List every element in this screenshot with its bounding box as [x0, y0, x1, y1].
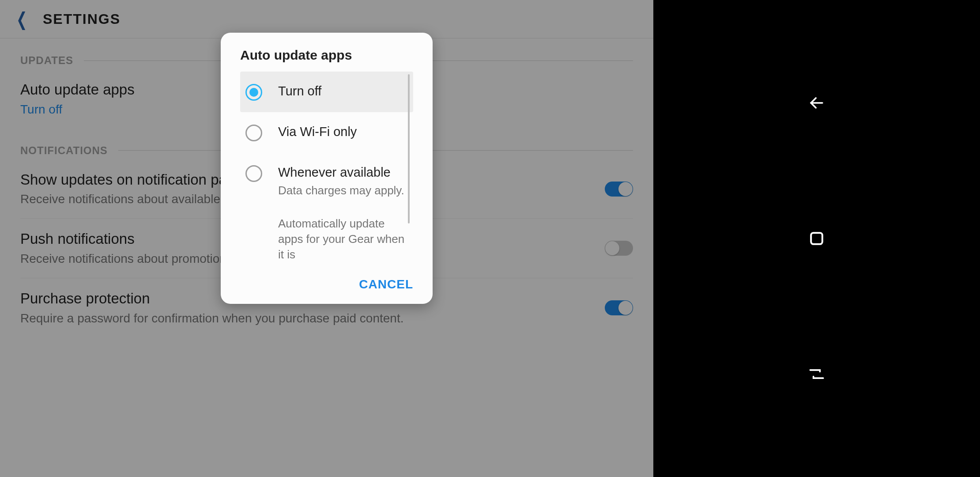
dialog-extra-text: Automatically update apps for your Gear …	[240, 210, 413, 262]
radio-label: Via Wi-Fi only	[278, 124, 357, 140]
nav-back-button[interactable]	[653, 93, 980, 113]
radio-option-wifi-only[interactable]: Via Wi-Fi only	[240, 112, 413, 153]
radio-icon	[245, 165, 262, 182]
radio-desc: Data charges may apply.	[278, 183, 404, 198]
radio-label: Whenever available	[278, 164, 404, 181]
radio-icon	[245, 84, 262, 101]
auto-update-dialog: Auto update apps Turn off Via Wi-Fi only	[221, 33, 433, 304]
scrollbar[interactable]	[408, 74, 410, 223]
radio-icon	[245, 125, 262, 141]
dialog-actions: CANCEL	[221, 267, 433, 304]
cancel-button[interactable]: CANCEL	[359, 277, 413, 292]
nav-home-button[interactable]	[653, 229, 980, 248]
settings-screen: ❮ SETTINGS UPDATES Auto update apps Turn…	[0, 0, 653, 477]
system-nav-bar	[653, 0, 980, 477]
dialog-body: Turn off Via Wi-Fi only Whenever availab…	[221, 72, 433, 267]
dialog-title: Auto update apps	[221, 33, 433, 72]
nav-recents-button[interactable]	[653, 364, 980, 384]
svg-rect-0	[811, 233, 822, 244]
radio-label: Turn off	[278, 83, 321, 100]
radio-option-whenever[interactable]: Whenever available Data charges may appl…	[240, 153, 413, 210]
radio-option-turn-off[interactable]: Turn off	[240, 72, 413, 112]
